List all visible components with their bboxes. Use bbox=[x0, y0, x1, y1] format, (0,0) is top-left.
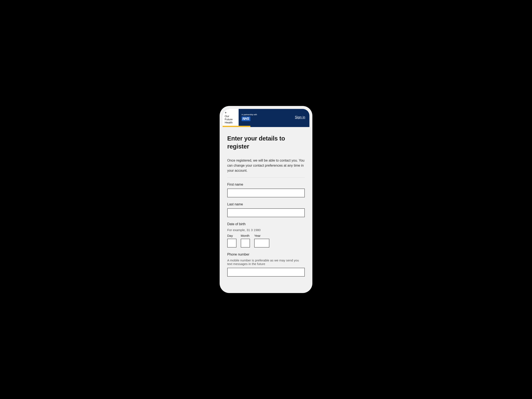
intro-text: Once registered, we will be able to cont… bbox=[227, 158, 305, 173]
nhs-block: In partnership with NHS bbox=[241, 113, 257, 121]
dob-hint: For example, 31 3 1980 bbox=[227, 228, 305, 232]
phone-input[interactable] bbox=[227, 268, 305, 277]
divider bbox=[227, 177, 305, 178]
nhs-logo-icon: NHS bbox=[241, 117, 250, 121]
phone-hint: A mobile number is preferable as we may … bbox=[227, 258, 305, 266]
screen: + Our Future Health In partnership with … bbox=[222, 109, 310, 290]
first-name-field: First name bbox=[227, 183, 305, 197]
phone-field: Phone number A mobile number is preferab… bbox=[227, 253, 305, 277]
partnership-text: In partnership with bbox=[241, 113, 257, 116]
page-title: Enter your details to register bbox=[227, 135, 305, 150]
ofh-logo: + Our Future Health bbox=[222, 109, 239, 126]
first-name-label: First name bbox=[227, 183, 305, 187]
last-name-field: Last name bbox=[227, 202, 305, 217]
phone-label: Phone number bbox=[227, 253, 305, 256]
dob-month-col: Month bbox=[241, 234, 250, 248]
dob-year-col: Year bbox=[254, 234, 269, 248]
header-right: In partnership with NHS Sign in bbox=[239, 109, 310, 126]
dob-day-label: Day bbox=[227, 234, 236, 237]
dob-month-input[interactable] bbox=[241, 239, 250, 248]
logo-text-line: Future bbox=[225, 118, 236, 121]
dob-month-label: Month bbox=[241, 234, 250, 237]
dob-row: Day Month Year bbox=[227, 234, 305, 248]
content: Enter your details to register Once regi… bbox=[222, 127, 310, 286]
dob-year-label: Year bbox=[254, 234, 269, 237]
dob-day-col: Day bbox=[227, 234, 236, 248]
dob-legend: Date of birth bbox=[227, 222, 305, 226]
dob-fieldset: Date of birth For example, 31 3 1980 Day… bbox=[227, 222, 305, 248]
signin-link[interactable]: Sign in bbox=[295, 115, 305, 119]
logo-text-line: Our bbox=[225, 115, 236, 118]
phone-frame: + Our Future Health In partnership with … bbox=[222, 109, 310, 290]
progress-bar bbox=[222, 126, 310, 127]
header: + Our Future Health In partnership with … bbox=[222, 109, 310, 126]
plus-icon: + bbox=[225, 111, 236, 114]
first-name-input[interactable] bbox=[227, 188, 305, 197]
progress-fill bbox=[222, 126, 250, 127]
dob-year-input[interactable] bbox=[254, 239, 269, 248]
logo-text-line: Health bbox=[225, 121, 236, 124]
last-name-label: Last name bbox=[227, 202, 305, 206]
dob-day-input[interactable] bbox=[227, 239, 236, 248]
last-name-input[interactable] bbox=[227, 208, 305, 217]
